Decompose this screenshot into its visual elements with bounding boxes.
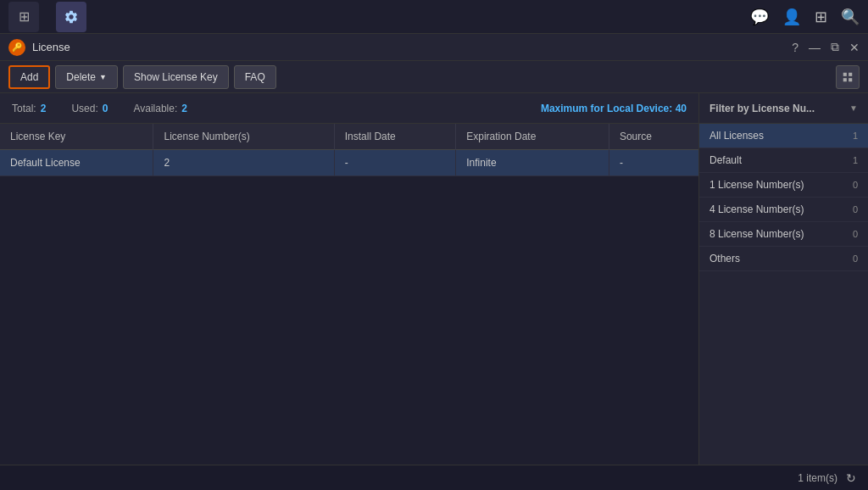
maximize-button[interactable]: ⧉ bbox=[831, 40, 839, 54]
total-stat: Total: 2 bbox=[12, 103, 46, 114]
delete-label: Delete bbox=[66, 71, 96, 83]
minimize-button[interactable]: — bbox=[809, 41, 821, 54]
license-table: License Key License Number(s) Install Da… bbox=[0, 124, 698, 176]
apps-icon[interactable]: ⊞ bbox=[815, 8, 827, 26]
faq-button[interactable]: FAQ bbox=[234, 65, 276, 89]
filter-item-count: 0 bbox=[853, 204, 858, 214]
user-icon[interactable]: 👤 bbox=[782, 8, 801, 26]
filter-panel: Filter by License Nu... ▼ All Licenses 1… bbox=[698, 93, 868, 465]
filter-item-label: 8 License Number(s) bbox=[709, 228, 804, 240]
filter-item-count: 1 bbox=[853, 131, 858, 141]
filter-item[interactable]: Default 1 bbox=[699, 148, 868, 173]
available-stat: Available: 2 bbox=[133, 103, 187, 114]
top-nav-right-icons: 💬 👤 ⊞ 🔍 bbox=[750, 8, 860, 26]
top-nav-bar: ⊞ 💬 👤 ⊞ 🔍 bbox=[0, 0, 868, 34]
top-nav-left-icons: ⊞ bbox=[8, 2, 86, 32]
refresh-button[interactable]: ↻ bbox=[846, 471, 856, 485]
add-button[interactable]: Add bbox=[8, 65, 50, 89]
delete-dropdown-arrow: ▼ bbox=[99, 73, 107, 81]
filter-item[interactable]: 4 License Number(s) 0 bbox=[699, 198, 868, 222]
grid-nav-icon[interactable]: ⊞ bbox=[8, 2, 39, 32]
filter-item[interactable]: 8 License Number(s) 0 bbox=[699, 222, 868, 247]
footer: 1 item(s) ↻ bbox=[0, 465, 868, 490]
cell-source: - bbox=[609, 150, 698, 176]
available-label: Available: bbox=[133, 103, 177, 114]
column-settings-button[interactable] bbox=[836, 65, 860, 89]
cell-expiration_date: Infinite bbox=[456, 150, 609, 176]
max-stat: Maximum for Local Device: 40 bbox=[541, 103, 687, 114]
filter-item[interactable]: 1 License Number(s) 0 bbox=[699, 173, 868, 198]
filter-item-count: 0 bbox=[853, 229, 858, 239]
delete-button[interactable]: Delete ▼ bbox=[55, 65, 118, 89]
filter-item[interactable]: All Licenses 1 bbox=[699, 124, 868, 148]
stats-row: Total: 2 Used: 0 Available: 2 Maximum fo… bbox=[0, 93, 698, 124]
window-title-bar: 🔑 License ? — ⧉ ✕ bbox=[0, 34, 868, 61]
svg-rect-1 bbox=[849, 72, 852, 75]
close-button[interactable]: ✕ bbox=[849, 41, 860, 54]
used-label: Used: bbox=[71, 103, 97, 114]
max-label: Maximum for Local Device: bbox=[541, 103, 672, 114]
filter-header: Filter by License Nu... ▼ bbox=[699, 93, 868, 124]
toolbar: Add Delete ▼ Show License Key FAQ bbox=[0, 61, 868, 93]
item-count: 1 item(s) bbox=[798, 472, 837, 484]
col-license-key[interactable]: License Key bbox=[0, 124, 153, 150]
col-install-date[interactable]: Install Date bbox=[334, 124, 456, 150]
max-value: 40 bbox=[676, 103, 687, 114]
cell-license_key: Default License bbox=[0, 150, 153, 176]
chat-icon[interactable]: 💬 bbox=[750, 8, 769, 26]
window-title: License bbox=[32, 41, 70, 53]
filter-dropdown-arrow[interactable]: ▼ bbox=[849, 103, 858, 113]
filter-items-list: All Licenses 1 Default 1 1 License Numbe… bbox=[699, 124, 868, 271]
cell-install_date: - bbox=[334, 150, 456, 176]
filter-item-label: Default bbox=[709, 154, 742, 166]
total-value: 2 bbox=[41, 103, 47, 114]
available-value: 2 bbox=[181, 103, 187, 114]
svg-rect-0 bbox=[843, 72, 847, 75]
used-stat: Used: 0 bbox=[71, 103, 108, 114]
filter-item-count: 0 bbox=[853, 180, 858, 190]
total-label: Total: bbox=[12, 103, 36, 114]
filter-item-label: 4 License Number(s) bbox=[709, 203, 804, 215]
tools-nav-icon[interactable] bbox=[56, 2, 86, 32]
filter-item[interactable]: Others 0 bbox=[699, 247, 868, 271]
svg-rect-3 bbox=[849, 78, 852, 81]
filter-item-label: All Licenses bbox=[709, 130, 764, 142]
show-license-key-button[interactable]: Show License Key bbox=[123, 65, 229, 89]
license-table-container: License Key License Number(s) Install Da… bbox=[0, 124, 698, 465]
used-value: 0 bbox=[103, 103, 108, 114]
filter-item-label: 1 License Number(s) bbox=[709, 179, 804, 191]
search-icon[interactable]: 🔍 bbox=[841, 8, 860, 26]
table-body: Default License2-Infinite- bbox=[0, 150, 698, 176]
main-area: Total: 2 Used: 0 Available: 2 Maximum fo… bbox=[0, 93, 868, 465]
left-panel: Total: 2 Used: 0 Available: 2 Maximum fo… bbox=[0, 93, 698, 465]
app-icon: 🔑 bbox=[8, 39, 25, 56]
col-expiration-date[interactable]: Expiration Date bbox=[456, 124, 609, 150]
filter-title: Filter by License Nu... bbox=[709, 103, 815, 114]
svg-rect-2 bbox=[843, 78, 847, 81]
filter-item-count: 0 bbox=[853, 253, 858, 264]
col-license-numbers[interactable]: License Number(s) bbox=[153, 124, 334, 150]
table-header-row: License Key License Number(s) Install Da… bbox=[0, 124, 698, 150]
filter-item-count: 1 bbox=[853, 155, 858, 165]
window-controls: ? — ⧉ ✕ bbox=[792, 40, 860, 54]
col-source[interactable]: Source bbox=[609, 124, 698, 150]
table-row[interactable]: Default License2-Infinite- bbox=[0, 150, 698, 176]
cell-license_numbers: 2 bbox=[153, 150, 334, 176]
filter-item-label: Others bbox=[709, 253, 740, 264]
help-button[interactable]: ? bbox=[792, 41, 798, 54]
